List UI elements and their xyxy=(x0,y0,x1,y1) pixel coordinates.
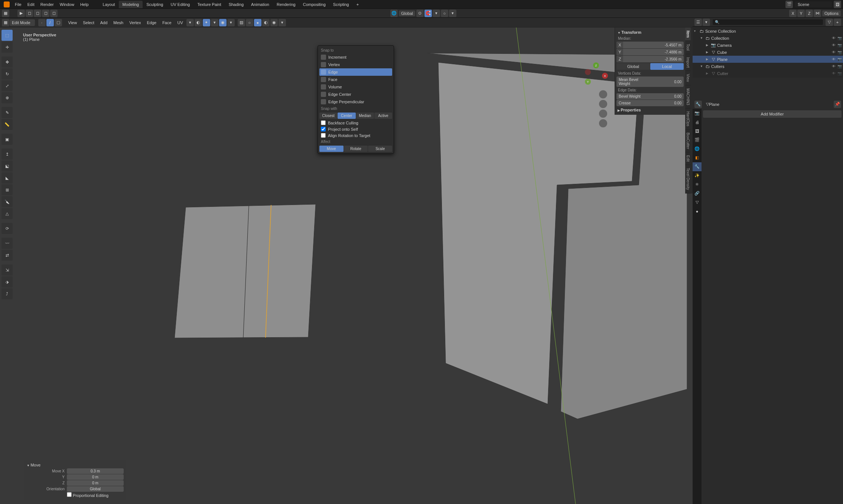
affect-rotate[interactable]: Rotate xyxy=(344,146,368,152)
shade-matprev-icon[interactable]: ◐ xyxy=(262,19,270,26)
gizmo-icon[interactable]: ✦ xyxy=(203,19,210,26)
mirror-x-icon[interactable]: X xyxy=(789,10,797,17)
ptab-scene-icon[interactable]: 🎬 xyxy=(693,136,702,144)
vp-menu-mesh[interactable]: Mesh xyxy=(110,19,126,26)
workspace-texture-paint[interactable]: Texture Paint xyxy=(193,1,225,8)
outliner-search[interactable]: 🔍 xyxy=(713,19,823,25)
ptab-world-icon[interactable]: 🌐 xyxy=(693,144,702,153)
snap-check-align-rotation-to-target[interactable]: Align Rotation to Target xyxy=(319,132,392,139)
move-z-field[interactable]: 0 m xyxy=(67,480,124,486)
visibility-icon[interactable]: ◐ xyxy=(195,19,202,26)
nav-zoom-icon[interactable] xyxy=(599,90,607,98)
mode-select[interactable]: Edit Mode xyxy=(10,19,35,26)
ptab-modifier-icon[interactable]: 🔧 xyxy=(693,162,702,171)
properties-header[interactable]: Properties xyxy=(616,107,684,113)
sidebar-tab-tool[interactable]: Tool xyxy=(685,41,691,54)
median-z-field[interactable]: Z-2.3566 m xyxy=(616,56,684,62)
workspace-compositing[interactable]: Compositing xyxy=(299,1,329,8)
shade-solid-icon[interactable]: ● xyxy=(254,19,261,26)
orientation-select[interactable]: Global xyxy=(399,10,415,16)
snap-type-icon[interactable]: ▾ xyxy=(433,10,440,17)
shade-wire-icon[interactable]: ○ xyxy=(246,19,253,26)
crease-field[interactable]: Crease 0.00 xyxy=(616,100,684,106)
bevel-weight-field[interactable]: Bevel Weight 0.00 xyxy=(616,93,684,100)
outliner-new-collection-icon[interactable]: + xyxy=(834,19,841,26)
ptab-material-icon[interactable]: ● xyxy=(693,207,702,216)
editor-type-icon[interactable]: ▦ xyxy=(2,10,9,17)
snap-check-project-onto-self[interactable]: Project onto Self xyxy=(319,126,392,132)
axis-z-icon[interactable]: Z xyxy=(593,62,599,68)
operator-header[interactable]: Move xyxy=(26,462,124,468)
nav-pan-icon[interactable] xyxy=(599,100,607,108)
ptab-viewlayer-icon[interactable]: 🖼 xyxy=(693,127,702,136)
select-mode-1-icon[interactable]: ◻ xyxy=(26,10,33,17)
axis-neg-icon[interactable] xyxy=(585,69,591,75)
workspace-sculpting[interactable]: Sculpting xyxy=(143,1,167,8)
automerge-icon[interactable]: ⋈ xyxy=(814,10,821,17)
view-layer-icon[interactable]: 🖼 xyxy=(834,1,841,8)
nav-persp-icon[interactable] xyxy=(599,119,607,127)
orientation-field[interactable]: Global xyxy=(67,486,124,492)
editor-type-viewport-icon[interactable]: ▦ xyxy=(2,19,9,26)
snap-check-backface-culling[interactable]: Backface Culling xyxy=(319,120,392,126)
ptab-physics-icon[interactable]: ⚛ xyxy=(693,180,702,189)
tree-item-cube[interactable]: ▶▽Cube👁📷 xyxy=(693,49,843,56)
vp-menu-select[interactable]: Select xyxy=(80,19,97,26)
add-modifier-button[interactable]: Add Modifier xyxy=(703,110,842,118)
sidebar-tab-view[interactable]: View xyxy=(685,71,691,85)
snap-item-edge[interactable]: Edge xyxy=(319,68,392,76)
sidebar-tab-machin3[interactable]: MACHIN3 xyxy=(685,85,691,108)
pin-icon[interactable]: 📌 xyxy=(834,101,841,108)
vp-menu-vertex[interactable]: Vertex xyxy=(126,19,144,26)
ptab-constraint-icon[interactable]: 🔗 xyxy=(693,189,702,198)
mean-bevel-weight-field[interactable]: Mean Bevel Weight 0.00 xyxy=(616,77,684,87)
affect-scale[interactable]: Scale xyxy=(368,146,392,152)
snap-item-face[interactable]: Face xyxy=(319,76,392,83)
sidebar-tab-boxcutter[interactable]: BoxCutter xyxy=(685,130,691,152)
menu-edit[interactable]: Edit xyxy=(25,1,38,8)
snap-toggle-icon[interactable]: 🧲 xyxy=(424,10,432,17)
options-dropdown[interactable]: Options xyxy=(822,10,841,16)
sidebar-tab-texel density[interactable]: Texel Density xyxy=(685,165,691,193)
mirror-y-icon[interactable]: Y xyxy=(797,10,805,17)
outliner-type-icon[interactable]: ☰ xyxy=(694,19,702,26)
move-y-field[interactable]: 0 m xyxy=(67,474,124,480)
move-x-field[interactable]: 0.3 m xyxy=(67,468,124,474)
vp-menu-edge[interactable]: Edge xyxy=(144,19,159,26)
sidebar-tab-item[interactable]: Item xyxy=(685,27,691,41)
median-y-field[interactable]: Y-7.4886 m xyxy=(616,49,684,55)
overlay-dropdown-icon[interactable]: ▾ xyxy=(227,19,235,26)
add-workspace-button[interactable]: + xyxy=(353,1,362,8)
select-mode-3-icon[interactable]: ◻ xyxy=(42,10,49,17)
snap-with-closest[interactable]: Closest xyxy=(319,113,337,119)
props-type-icon[interactable]: 🔧 xyxy=(694,101,702,108)
tree-item-collection[interactable]: ▼🗀Collection👁📷 xyxy=(693,35,843,42)
space-local[interactable]: Local xyxy=(650,63,684,70)
workspace-uv-editing[interactable]: UV Editing xyxy=(167,1,193,8)
tree-item-cutters[interactable]: ▼🗀Cutters👁📷 xyxy=(693,63,843,70)
workspace-modeling[interactable]: Modeling xyxy=(119,1,143,8)
select-mode-extend-icon[interactable]: ▶ xyxy=(17,10,25,17)
snap-with-active[interactable]: Active xyxy=(374,113,392,119)
axis-x-icon[interactable]: X xyxy=(602,73,608,79)
select-mode-2-icon[interactable]: ◻ xyxy=(34,10,41,17)
vp-menu-view[interactable]: View xyxy=(65,19,80,26)
sidebar-tab-edit[interactable]: Edit xyxy=(685,152,691,165)
nav-gizmo[interactable]: X Z Y xyxy=(585,62,608,85)
ptab-particle-icon[interactable]: ✨ xyxy=(693,171,702,180)
ptab-output-icon[interactable]: 🖨 xyxy=(693,118,702,127)
median-x-field[interactable]: X-5.4507 m xyxy=(616,42,684,48)
workspace-animation[interactable]: Animation xyxy=(247,1,273,8)
live-unwrap-icon[interactable]: ▾ xyxy=(186,19,194,26)
face-select-icon[interactable]: ▢ xyxy=(55,19,62,26)
snap-with-center[interactable]: Center xyxy=(338,113,355,119)
menu-help[interactable]: Help xyxy=(77,1,92,8)
ptab-render-icon[interactable]: 📷 xyxy=(693,109,702,118)
workspace-scripting[interactable]: Scripting xyxy=(329,1,353,8)
overlay-icon[interactable]: ◉ xyxy=(219,19,227,26)
tree-item-plane[interactable]: ▶▽Plane👁📷 xyxy=(693,56,843,63)
tree-scene-collection[interactable]: ▾🗀 Scene Collection xyxy=(693,27,843,35)
snap-item-volume[interactable]: Volume xyxy=(319,83,392,91)
transform-header[interactable]: Transform xyxy=(616,29,684,36)
orientation-icon[interactable]: 🌐 xyxy=(390,10,398,17)
